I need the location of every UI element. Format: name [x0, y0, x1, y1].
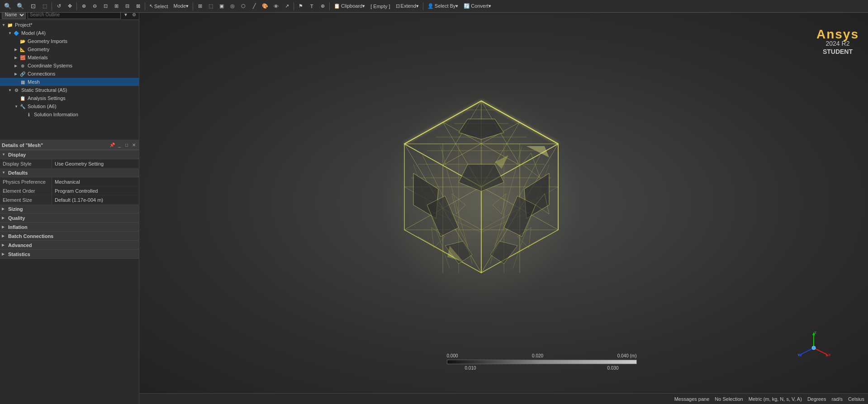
details-row[interactable]: Element SizeDefault (1.17e-004 m) [0, 195, 139, 204]
details-section-defaults[interactable]: ▼Defaults [0, 168, 139, 177]
mode-dropdown[interactable]: Mode▾ [171, 1, 191, 11]
grid-icon: ⊞ [198, 3, 202, 9]
section-label-inflation: Inflation [8, 224, 28, 230]
rotate-button[interactable]: ↺ [54, 1, 64, 11]
zoom4-button[interactable]: ⊞ [111, 1, 121, 11]
details-row[interactable]: Physics PreferenceMechanical [0, 177, 139, 186]
tree-item-solution_info[interactable]: ℹSolution Information [0, 110, 139, 119]
zoom-out-button[interactable]: 🔍 [14, 1, 26, 11]
icon-btn-2[interactable]: ⬚ [206, 1, 216, 11]
tree-icon-static_a5: ⚙ [13, 86, 20, 94]
icon-btn-8[interactable]: 👁 [271, 1, 281, 11]
rotate-icon: ↺ [57, 3, 61, 9]
icon-btn-11[interactable]: T [307, 1, 317, 11]
tree-item-connections[interactable]: ▶🔗Connections [0, 70, 139, 78]
select-button[interactable]: ↖ Select [147, 1, 171, 11]
zoom5-button[interactable]: ⊟ [122, 1, 132, 11]
tree-item-mesh[interactable]: ▦Mesh [0, 78, 139, 86]
convert-icon: 🔄 [464, 3, 470, 9]
zoom6-icon: ⊠ [136, 3, 140, 9]
tree-arrow-connections: ▶ [14, 72, 19, 76]
zoom-box-button[interactable]: ⬚ [40, 1, 50, 11]
details-key: Display Style [0, 159, 52, 168]
tree-icon-geometry: 📐 [19, 46, 26, 53]
zoom-in-icon: 🔍 [4, 2, 12, 10]
details-pin-button[interactable]: 📌 [109, 142, 115, 148]
section-arrow-statistics: ▶ [2, 252, 6, 256]
celsius-label: Celsius [848, 396, 864, 402]
details-row[interactable]: Display StyleUse Geometry Setting [0, 159, 139, 168]
pan-button[interactable]: ✥ [65, 1, 75, 11]
no-selection-label: No Selection [715, 396, 743, 402]
icon-btn-6[interactable]: ╱ [249, 1, 259, 11]
extend-dropdown[interactable]: ⊡ Extend▾ [394, 1, 421, 11]
tree-item-geom_imports[interactable]: 📂Geometry Imports [0, 37, 139, 45]
tree-icon-analysis_settings: 📋 [19, 95, 26, 102]
tree-arrow-geometry: ▶ [14, 48, 19, 52]
section-label-advanced: Advanced [8, 242, 32, 248]
icon-btn-12[interactable]: ⊕ [318, 1, 327, 11]
section-label-batch_connections: Batch Connections [8, 233, 53, 239]
zoom-in2-button[interactable]: ⊕ [79, 1, 89, 11]
zoom-fit-button[interactable]: ⊡ [27, 1, 39, 11]
icon-btn-3[interactable]: ▣ [217, 1, 227, 11]
tree-item-solution_a6[interactable]: ▼🔧Solution (A6) [0, 102, 139, 110]
tree-item-model_a4[interactable]: ▼🔷Model (A4) [0, 29, 139, 37]
sep2 [76, 2, 77, 10]
details-row[interactable]: Element OrderProgram Controlled [0, 186, 139, 195]
tree-item-static_a5[interactable]: ▼⚙Static Structural (A5) [0, 86, 139, 94]
tree-icon-materials: 🧱 [19, 54, 26, 61]
details-section-advanced[interactable]: ▶Advanced [0, 241, 139, 250]
details-section-inflation[interactable]: ▶Inflation [0, 223, 139, 232]
convert-dropdown[interactable]: 🔄 Convert▾ [461, 1, 493, 11]
zoom-out2-button[interactable]: ⊖ [90, 1, 100, 11]
tree-icon-model_a4: 🔷 [13, 29, 20, 37]
scale-sub-labels: 0.010 0.030 [447, 366, 637, 371]
icon-btn-7[interactable]: 🎨 [260, 1, 270, 11]
mesh-container [368, 74, 594, 323]
toolbar: 🔍 🔍 ⊡ ⬚ ↺ ✥ ⊕ ⊖ ⊡ ⊞ ⊟ ⊠ ↖ Select Mode▾ [0, 0, 868, 13]
icon-btn-10[interactable]: ⚑ [296, 1, 306, 11]
zoom6-button[interactable]: ⊠ [133, 1, 143, 11]
scale-bar-visual [447, 360, 637, 364]
details-header: Details of "Mesh" 📌 _ □ ✕ [0, 140, 139, 150]
tree-icon-geom_imports: 📂 [19, 38, 26, 45]
select-by-dropdown[interactable]: 👤 Select By▾ [425, 1, 460, 11]
icon-btn-4[interactable]: ◎ [228, 1, 237, 11]
details-maximize-button[interactable]: □ [123, 142, 130, 148]
section-arrow-sizing: ▶ [2, 207, 6, 211]
mesh-svg [368, 74, 594, 323]
details-section-quality[interactable]: ▶Quality [0, 214, 139, 223]
tree-label-solution_a6: Solution (A6) [28, 104, 57, 109]
tree-icon-connections: 🔗 [19, 70, 26, 77]
tree-item-analysis_settings[interactable]: 📋Analysis Settings [0, 94, 139, 102]
zoom-in-button[interactable]: 🔍 [2, 1, 14, 11]
scale-labels: 0.000 0.020 0.040 (m) [447, 353, 637, 358]
icon-btn-1[interactable]: ⊞ [195, 1, 205, 11]
details-section-statistics[interactable]: ▶Statistics [0, 250, 139, 259]
svg-text:Y: Y [797, 353, 800, 357]
eye-icon: 👁 [274, 4, 279, 9]
details-section-display[interactable]: ▼Display [0, 150, 139, 159]
section-label-display: Display [8, 152, 26, 157]
sep7 [423, 2, 423, 10]
clipboard-dropdown[interactable]: 📋 Clipboard▾ [332, 1, 367, 11]
tree-item-materials[interactable]: ▶🧱Materials [0, 53, 139, 62]
details-minimize-button[interactable]: _ [116, 142, 123, 148]
icon-btn-9[interactable]: ↗ [282, 1, 292, 11]
line-icon: ╱ [253, 3, 256, 9]
main-viewport[interactable]: Ansys 2024 R2 STUDENT [139, 13, 868, 393]
tree-item-geometry[interactable]: ▶📐Geometry [0, 45, 139, 53]
section-label-statistics: Statistics [8, 252, 30, 257]
empty-dropdown[interactable]: [ Empty ] [368, 1, 392, 11]
tree-item-project[interactable]: ▼📁Project* [0, 21, 139, 29]
tree-item-coord_systems[interactable]: ▶⊕Coordinate Systems [0, 62, 139, 70]
tree-arrow-materials: ▶ [14, 56, 19, 60]
tree-label-model_a4: Model (A4) [21, 30, 46, 36]
details-section-batch_connections[interactable]: ▶Batch Connections [0, 232, 139, 241]
details-close-button[interactable]: ✕ [131, 142, 137, 148]
zoom3-button[interactable]: ⊡ [100, 1, 110, 11]
messages-pane-label[interactable]: Messages pane [674, 396, 710, 402]
icon-btn-5[interactable]: ⬡ [238, 1, 248, 11]
details-section-sizing[interactable]: ▶Sizing [0, 204, 139, 214]
